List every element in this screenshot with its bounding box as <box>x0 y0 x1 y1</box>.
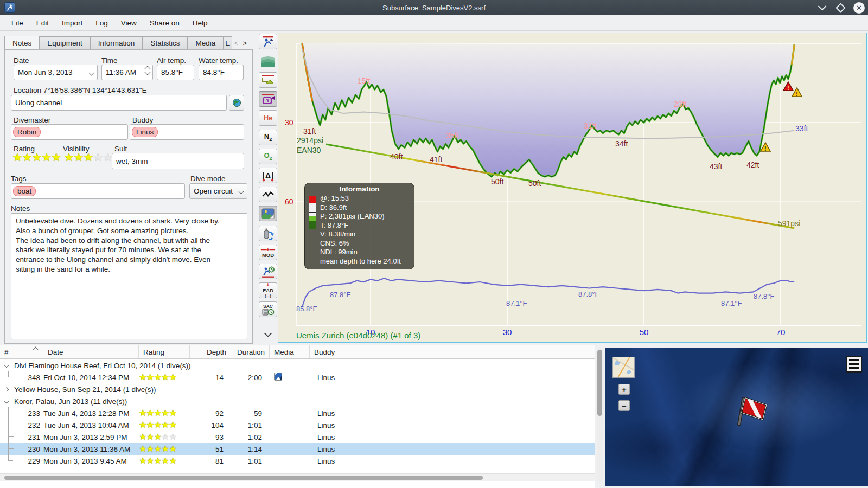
globe-icon <box>232 98 241 107</box>
panel-splitter[interactable] <box>256 33 256 344</box>
tab-equipment[interactable]: Equipment <box>39 36 90 50</box>
svg-text:Δ: Δ <box>265 171 271 180</box>
maximize-button[interactable] <box>835 2 846 13</box>
map-overview-thumbnail[interactable] <box>612 357 635 378</box>
dive-list-horizontal-scrollbar[interactable] <box>0 473 595 481</box>
star-filled-icon: ★ <box>12 152 22 163</box>
svg-text:!: ! <box>787 85 789 91</box>
gradient-factor-icon[interactable]: Δ <box>259 168 277 183</box>
globe-button[interactable] <box>229 95 244 111</box>
column-header-date[interactable]: Date <box>43 345 139 358</box>
dive-row-231[interactable]: 231Mon Jun 3, 2013 2:59 PM★★★★★931:02Lin… <box>0 431 595 443</box>
media-icon[interactable] <box>274 373 282 381</box>
rating-stars[interactable]: ★★★★★ <box>12 152 61 163</box>
menu-log[interactable]: Log <box>90 17 114 29</box>
water-temp-field[interactable]: 84.8°F <box>199 65 244 80</box>
menu-view[interactable]: View <box>115 17 143 29</box>
minimize-button[interactable] <box>816 2 827 13</box>
tab-information[interactable]: Information <box>90 36 143 50</box>
tab-scroll-left[interactable]: < <box>232 36 240 50</box>
visibility-stars[interactable]: ★★★★★ <box>64 152 113 163</box>
buddy-tag[interactable]: Linus <box>132 127 158 137</box>
tab-e[interactable]: E <box>223 36 232 50</box>
svg-text:2914psi: 2914psi <box>297 136 323 145</box>
tank-bar-icon[interactable] <box>259 91 277 107</box>
dive-site-map[interactable]: + − <box>605 348 868 486</box>
show-photos-icon[interactable] <box>259 206 277 221</box>
air-temp-field[interactable]: 85.8°F <box>157 65 194 80</box>
profile-toolbar: HeN2O2Δ—+—MOD+EAD(...)SAC <box>257 33 279 344</box>
dive-mode-label: Dive mode <box>190 175 226 183</box>
svg-text:EAN30: EAN30 <box>297 146 321 155</box>
divemaster-field[interactable]: Robin <box>11 124 128 140</box>
menu-share-on[interactable]: Share on <box>144 17 186 29</box>
menu-file[interactable]: File <box>5 17 29 29</box>
dive-row-230[interactable]: 230Mon Jun 3, 2013 11:36 AM★★★★★511:14Li… <box>0 443 595 455</box>
dive-flag-marker[interactable] <box>731 394 771 437</box>
svg-text:30: 30 <box>285 118 293 127</box>
svg-text:33ft: 33ft <box>795 124 808 133</box>
tissue-heatmap-icon[interactable] <box>259 53 277 68</box>
trip-row[interactable]: Divi Flamingo House Reef, Fri Oct 10, 20… <box>0 359 595 371</box>
dive-profile-chart[interactable]: 10305070306031ft2914psiEAN3015ft40ft41ft… <box>278 33 867 343</box>
calculated-ceiling-icon[interactable] <box>259 72 277 88</box>
column-header-rating[interactable]: Rating <box>139 345 190 358</box>
sac-rate-icon[interactable]: SAC <box>259 301 277 317</box>
map-zoom-in-button[interactable]: + <box>618 384 630 395</box>
ndl-tts-icon[interactable] <box>259 264 277 279</box>
mod-icon[interactable]: —+—MOD <box>259 245 277 260</box>
tags-field[interactable]: boat <box>11 183 185 199</box>
profile-info-tooltip[interactable]: Information @: 15:53D: 36.9ftP: 2,381psi… <box>304 183 414 269</box>
tab-scroll-right[interactable]: > <box>240 36 249 50</box>
dive-row-348[interactable]: 348Fri Oct 10, 2014 12:34 PM★★★★★142:00L… <box>0 371 595 383</box>
ead-icon[interactable]: +EAD(...) <box>259 282 277 298</box>
depth-profile <box>302 43 794 177</box>
tag-boat[interactable]: boat <box>13 186 36 196</box>
location-field[interactable]: Ulong channel <box>11 95 227 111</box>
tab-notes[interactable]: Notes <box>4 36 39 50</box>
map-menu-button[interactable] <box>846 356 862 373</box>
map-zoom-out-button[interactable]: − <box>618 400 630 411</box>
dive-notes-panel: NotesEquipmentInformationStatisticsMedia… <box>4 34 253 344</box>
water-temp-label: Water temp. <box>199 56 238 65</box>
info-row: NDL: 99min <box>309 248 410 257</box>
helium-graph-icon[interactable]: He <box>259 110 277 126</box>
buddy-field[interactable]: Linus <box>130 124 244 140</box>
notes-textarea[interactable]: Unbelievable dive. Dozens and dozens of … <box>11 213 247 339</box>
suit-field[interactable]: wet, 3mm <box>112 153 244 169</box>
toolbar-scroll-down-icon[interactable] <box>261 329 275 337</box>
column-header-num[interactable]: # <box>0 345 43 358</box>
star-filled-icon: ★ <box>22 152 32 163</box>
dive-list-vertical-scrollbar[interactable] <box>597 348 603 483</box>
air-temp-label: Air temp. <box>157 56 186 65</box>
nitrogen-graph-icon[interactable]: N2 <box>259 130 277 145</box>
svg-text:50: 50 <box>640 328 649 337</box>
date-combobox[interactable]: Mon Jun 3, 2013 <box>14 65 98 80</box>
column-header-media[interactable]: Media <box>270 345 310 358</box>
column-header-duration[interactable]: Duration <box>231 345 270 358</box>
dive-row-229[interactable]: 229Mon Jun 3, 2013 9:45 AM★★★★★811:01Lin… <box>0 455 595 467</box>
tab-media[interactable]: Media <box>187 36 223 50</box>
info-row: T: 87.8°F <box>309 221 410 230</box>
trip-row[interactable]: Yellow House, Sun Sep 21, 2014 (1 dive(s… <box>0 383 595 395</box>
dive-row-232[interactable]: 232Tue Jun 4, 2013 10:04 AM★★★★★1041:01L… <box>0 419 595 431</box>
star-filled-icon: ★ <box>74 152 84 163</box>
time-spinbox[interactable]: 11:36 AM <box>101 65 153 80</box>
menu-import[interactable]: Import <box>56 17 88 29</box>
oxygen-graph-icon[interactable]: O2 <box>259 149 277 164</box>
menu-edit[interactable]: Edit <box>30 17 55 29</box>
divemaster-tag[interactable]: Robin <box>13 127 41 137</box>
gas-change-icon[interactable] <box>259 226 277 241</box>
info-row: @: 15:53 <box>309 194 410 203</box>
close-button[interactable]: ✕ <box>853 2 865 14</box>
trip-row[interactable]: Koror, Palau, Jun 2013 (11 dive(s)) <box>0 395 595 407</box>
heart-rate-icon[interactable] <box>259 187 277 202</box>
sort-ascending-icon <box>33 347 39 352</box>
dive-row-233[interactable]: 233Tue Jun 4, 2013 12:28 PM★★★★★9259Linu… <box>0 407 595 419</box>
column-header-buddy[interactable]: Buddy <box>310 345 595 358</box>
dive-mode-select[interactable]: Open circuit <box>189 183 247 199</box>
tab-statistics[interactable]: Statistics <box>142 36 187 50</box>
column-header-depth[interactable]: Depth <box>190 345 231 358</box>
menu-help[interactable]: Help <box>187 17 214 29</box>
dc-ceiling-icon[interactable] <box>259 34 277 49</box>
